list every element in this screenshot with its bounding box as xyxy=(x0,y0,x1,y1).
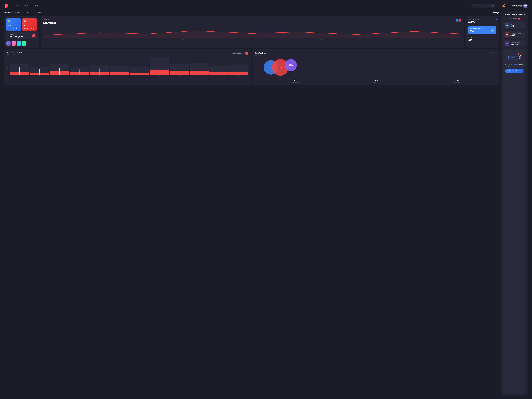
tab-clients[interactable]: Clients xyxy=(15,11,20,14)
chart-day-mon: Mon xyxy=(43,39,45,40)
venn-circle-purple: 30% xyxy=(285,59,297,71)
da-stat-cc-label: Credit Card xyxy=(454,82,460,83)
pro-text: Buy Pro Account to explore Premium Featu… xyxy=(505,64,524,68)
today-received-label: Today's Received xyxy=(468,18,479,20)
bar-col-7 xyxy=(130,57,149,75)
da-stat-paypal-value: 670 xyxy=(373,79,380,82)
date-picker[interactable]: Custom Date ▾ xyxy=(231,52,244,55)
notification-dot xyxy=(504,4,505,5)
chart-day-fri: Fri xyxy=(321,39,323,40)
da-stat-creditcard: 1189 Credit Card xyxy=(454,79,460,83)
logo xyxy=(4,3,11,8)
x-label-05: 05 xyxy=(90,75,109,76)
tab-account[interactable]: Account xyxy=(24,11,30,14)
turnover-label: Yearly Turnover xyxy=(8,28,20,29)
contacted-value: 24 xyxy=(470,29,482,33)
nav-settings[interactable]: Settings xyxy=(25,5,31,7)
bar-col-5 xyxy=(90,57,109,75)
mini-cards-row: 💳 $9M Yearly Turnover 🏢 85+ Enterprise C… xyxy=(6,18,37,31)
location-img-1 xyxy=(6,41,11,45)
language-selector[interactable]: EN ▾ xyxy=(507,5,510,7)
da-stat-bank: 312 Bank Account xyxy=(291,79,299,83)
x-label-01: 01 xyxy=(10,75,29,76)
tab-payments[interactable]: Payments xyxy=(34,11,41,14)
turnover-value: $9M xyxy=(8,24,20,27)
contacted-label: Contacted People xyxy=(470,27,482,29)
location-images xyxy=(6,41,37,45)
x-label-07: 07 xyxy=(130,75,149,76)
nav-help[interactable]: Help xyxy=(35,5,39,7)
received-plus-icon[interactable]: + xyxy=(495,18,497,21)
credited-icon: 💳 xyxy=(506,33,508,36)
manage-button[interactable]: Manage xyxy=(493,12,499,14)
credited-content: Successful Credited 3460 xyxy=(511,33,522,37)
y-label-50k: 50k xyxy=(7,57,9,58)
location-img-4 xyxy=(22,41,26,45)
da-stat-cc-value: 1189 xyxy=(454,79,460,82)
credited-icon-wrap: 💳 xyxy=(505,32,509,37)
main-nav: Home Settings Help xyxy=(11,5,471,7)
contacted-box: Contacted People 24 ⚙ xyxy=(469,26,496,34)
bar-col-11 xyxy=(209,57,228,75)
da-stat-paypal-label: Paypal Direct xyxy=(373,82,380,83)
purchase-now-button[interactable]: Purchase Now xyxy=(505,69,524,73)
contacted-settings-icon[interactable]: ⚙ xyxy=(491,28,494,32)
pending-arrow: › xyxy=(523,43,524,44)
chart-day-tue: Tue xyxy=(113,39,115,40)
tabs-bar: Overview Clients Account Payments Manage xyxy=(4,11,499,14)
cash-plus-icon[interactable]: + xyxy=(495,38,497,40)
y-label-10k: 10k xyxy=(7,64,9,65)
cash-bank-row: Cash at Bank $3M + xyxy=(468,37,497,41)
location-arrow[interactable]: ↗ xyxy=(32,34,35,37)
bottom-row: Analytics Overview 2nd Apr - 12 Apr 2020… xyxy=(4,49,499,85)
da-subtitle: Last week xyxy=(255,55,497,56)
svg-point-12 xyxy=(508,56,509,57)
tab-overview[interactable]: Overview xyxy=(4,11,12,14)
user-name: Canada Master xyxy=(512,4,522,6)
chart-days: Mon Tue Wed Thu Fri Sat Sun xyxy=(43,39,461,40)
view-analytics-text: View Analytics xyxy=(509,18,517,19)
location-text: London United Kingdom xyxy=(8,34,23,38)
avatar[interactable]: CM xyxy=(523,4,528,8)
sidebar-successful-credited[interactable]: 💳 Successful Credited 3460 › xyxy=(503,31,525,38)
view-analytics-arrow[interactable]: ↗ xyxy=(518,18,520,20)
sidebar-open-cases[interactable]: 🏛 Open Cases 829 › xyxy=(503,22,525,29)
open-cases-value: 829 xyxy=(511,25,522,27)
da-stats: 312 Bank Account 670 Paypal Direct 1189 … xyxy=(255,79,497,83)
credited-value: 3460 xyxy=(511,34,522,37)
search-icon: 🔍 xyxy=(492,5,494,7)
today-received-value: $2890 xyxy=(468,20,479,23)
search-bar[interactable]: 🔍 xyxy=(471,4,495,7)
svg-text:📊: 📊 xyxy=(520,55,521,56)
analytics-subtitle: 2nd Apr - 12 Apr 2020 xyxy=(7,54,23,55)
bar-col-12 xyxy=(229,57,248,75)
x-label-04: 04 xyxy=(70,75,89,76)
svg-rect-8 xyxy=(512,56,515,56)
data-analysis-header: Data Analysis Filter ▾ xyxy=(255,51,497,54)
filter-button[interactable]: Filter ▾ xyxy=(489,51,497,54)
svg-point-14 xyxy=(519,56,521,57)
svg-rect-15 xyxy=(519,57,521,59)
bar-col-6 xyxy=(110,57,129,75)
svg-rect-7 xyxy=(511,55,518,59)
notification-bell[interactable]: 🔔 xyxy=(502,5,505,7)
bar-col-4 xyxy=(70,57,89,75)
x-label-12: 12 xyxy=(229,75,248,76)
toggle-blue xyxy=(456,19,458,21)
x-labels: 01 02 03 04 05 06 07 08 09 10 11 12 xyxy=(10,75,248,76)
chart-toggle[interactable] xyxy=(456,19,461,22)
analytics-arrow-icon[interactable]: ↗ xyxy=(245,51,248,55)
nav-home[interactable]: Home xyxy=(17,5,21,7)
pro-section: $ 📊 Buy Pro Account to explore Premium F… xyxy=(503,49,525,393)
search-input[interactable] xyxy=(473,5,491,7)
x-label-03: 03 xyxy=(50,75,69,76)
open-cases-content: Open Cases 829 xyxy=(511,24,522,27)
user-info: Canada Master Super Admin CM xyxy=(512,4,528,8)
venn-label-93: 93% xyxy=(278,66,282,69)
y-label-0: 0 xyxy=(7,71,9,72)
bars-grid xyxy=(10,57,248,75)
da-stat-bank-label: Bank Account xyxy=(291,82,299,83)
pending-content: Pending Balance $89,736 xyxy=(511,42,522,45)
sidebar-pending-balance[interactable]: 💜 Pending Balance $89,736 › xyxy=(503,40,525,47)
yearly-turnover-card: 💳 $9M Yearly Turnover xyxy=(6,18,21,31)
